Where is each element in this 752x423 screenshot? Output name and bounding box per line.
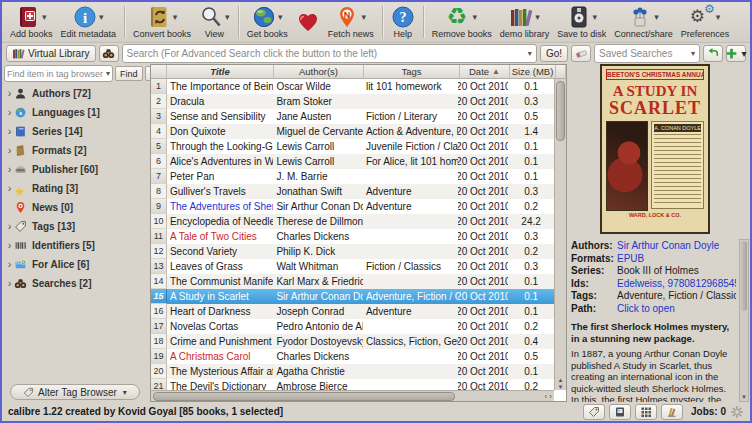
expand-arrow-icon[interactable]: › bbox=[5, 222, 14, 231]
cell-num[interactable]: 11 bbox=[151, 229, 167, 244]
column-header-size-mb-[interactable]: Size (MB) bbox=[510, 65, 556, 79]
chevron-down-icon[interactable]: ▾ bbox=[535, 12, 540, 22]
cell-tags[interactable]: Adventure bbox=[363, 184, 459, 199]
toggle-book-details-button[interactable] bbox=[661, 404, 683, 420]
toggle-tag-browser-button[interactable] bbox=[583, 404, 605, 420]
cell-size[interactable]: 0.2 bbox=[508, 199, 554, 214]
chevron-down-icon[interactable]: ▾ bbox=[106, 69, 110, 78]
cell-num[interactable]: 18 bbox=[151, 334, 167, 349]
sidebar-item-languages[interactable]: ›aLanguages [1] bbox=[2, 103, 148, 122]
table-row[interactable]: 3Sense and SensibilityJane AustenFiction… bbox=[151, 109, 554, 124]
cell-size[interactable]: 0.2 bbox=[508, 244, 554, 259]
clear-search-button[interactable] bbox=[571, 45, 591, 62]
cell-tags[interactable] bbox=[363, 169, 459, 184]
cell-author[interactable]: Lewis Carroll bbox=[273, 154, 363, 169]
cell-title[interactable]: Second Variety bbox=[167, 244, 273, 259]
cell-tags[interactable] bbox=[363, 229, 459, 244]
toolbar-button-edit-metadata[interactable]: i▾Edit metadata bbox=[57, 2, 121, 42]
cell-size[interactable]: 0.2 bbox=[508, 379, 554, 390]
cell-num[interactable]: 7 bbox=[151, 169, 167, 184]
cell-size[interactable]: 0.1 bbox=[508, 274, 554, 289]
cell-title[interactable]: Through the Looking-Glass bbox=[167, 139, 273, 154]
cell-size[interactable]: 24.2 bbox=[508, 214, 554, 229]
cell-date[interactable]: 20 Oct 2010 bbox=[458, 229, 508, 244]
cell-num[interactable]: 13 bbox=[151, 259, 167, 274]
field-value[interactable]: Sir Arthur Conan Doyle bbox=[617, 240, 719, 253]
copy-search-button[interactable] bbox=[703, 45, 723, 62]
chevron-down-icon[interactable]: ▾ bbox=[278, 12, 283, 22]
cell-title[interactable]: Heart of Darkness bbox=[167, 304, 273, 319]
cell-title[interactable]: Don Quixote bbox=[167, 124, 273, 139]
toolbar-button-convert-books[interactable]: ▾Convert books bbox=[129, 2, 195, 42]
cell-author[interactable]: Miguel de Cervantes Saa... bbox=[273, 124, 363, 139]
chevron-down-icon[interactable]: ▾ bbox=[361, 12, 366, 22]
cell-author[interactable]: Philip K. Dick bbox=[273, 244, 363, 259]
table-row[interactable]: 12Second VarietyPhilip K. Dick20 Oct 201… bbox=[151, 244, 554, 259]
cell-tags[interactable]: Classics, Fiction, General,... bbox=[363, 334, 459, 349]
cell-author[interactable]: Joseph Conrad bbox=[273, 304, 363, 319]
table-row[interactable]: 5Through the Looking-GlassLewis CarrollJ… bbox=[151, 139, 554, 154]
chevron-down-icon[interactable]: ▾ bbox=[654, 12, 659, 22]
cell-date[interactable]: 20 Oct 2010 bbox=[458, 274, 508, 289]
cell-title[interactable]: The Importance of Being Ear... bbox=[167, 79, 273, 94]
column-header-date[interactable]: Date▲ bbox=[460, 65, 510, 79]
cell-author[interactable]: Charles Dickens bbox=[273, 349, 363, 364]
cell-size[interactable]: 0.1 bbox=[508, 79, 554, 94]
details-scrollbar-thumb[interactable] bbox=[741, 241, 747, 311]
cell-date[interactable]: 20 Oct 2010 bbox=[458, 169, 508, 184]
cell-num[interactable]: 12 bbox=[151, 244, 167, 259]
cell-tags[interactable] bbox=[363, 379, 459, 390]
cell-num[interactable]: 16 bbox=[151, 304, 167, 319]
toggle-cover-browser-button[interactable] bbox=[609, 404, 631, 420]
find-button[interactable]: Find bbox=[115, 66, 143, 81]
cell-size[interactable]: 0.1 bbox=[508, 139, 554, 154]
cell-author[interactable]: Sir Arthur Conan Doyle bbox=[273, 199, 363, 214]
cell-title[interactable]: Peter Pan bbox=[167, 169, 273, 184]
cell-author[interactable]: Ambrose Bierce bbox=[273, 379, 363, 390]
cell-date[interactable]: 20 Oct 2010 bbox=[458, 349, 508, 364]
cell-author[interactable]: J. M. Barrie bbox=[273, 169, 363, 184]
cell-tags[interactable]: Adventure bbox=[363, 304, 459, 319]
cell-title[interactable]: The Devil's Dictionary bbox=[167, 379, 273, 390]
table-row[interactable]: 19A Christmas CarolCharles Dickens20 Oct… bbox=[151, 349, 554, 364]
table-row[interactable]: 9The Adventures of Sherlock ...Sir Arthu… bbox=[151, 199, 554, 214]
jobs-spinner-icon[interactable] bbox=[730, 405, 744, 419]
table-row[interactable]: 7Peter PanJ. M. Barrie20 Oct 20100.1 bbox=[151, 169, 554, 184]
cell-author[interactable]: Walt Whitman bbox=[273, 259, 363, 274]
table-row[interactable]: 13Leaves of GrassWalt WhitmanFiction / C… bbox=[151, 259, 554, 274]
cell-tags[interactable] bbox=[363, 274, 459, 289]
go-button[interactable]: Go! bbox=[540, 45, 568, 62]
cell-num[interactable]: 6 bbox=[151, 154, 167, 169]
cell-size[interactable]: 0.3 bbox=[508, 259, 554, 274]
cell-size[interactable]: 0.1 bbox=[508, 304, 554, 319]
cell-title[interactable]: The Communist Manifesto bbox=[167, 274, 273, 289]
cell-date[interactable]: 20 Oct 2010 bbox=[458, 214, 508, 229]
toolbar-button-save-to-disk[interactable]: ▾Save to disk bbox=[553, 2, 610, 42]
toolbar-button-demo-library[interactable]: ▾demo library bbox=[496, 2, 554, 42]
sidebar-item-tags[interactable]: ›Tags [13] bbox=[2, 217, 148, 236]
cell-author[interactable]: Lewis Carroll bbox=[273, 139, 363, 154]
cell-date[interactable]: 20 Oct 2010 bbox=[458, 259, 508, 274]
cell-tags[interactable] bbox=[363, 244, 459, 259]
details-scrollbar[interactable]: ▾ bbox=[739, 239, 749, 402]
cell-size[interactable]: 0.3 bbox=[508, 184, 554, 199]
cell-num[interactable]: 1 bbox=[151, 79, 167, 94]
sidebar-item-for-alice[interactable]: ›For Alice [6] bbox=[2, 255, 148, 274]
table-row[interactable]: 14The Communist ManifestoKarl Marx & Fri… bbox=[151, 274, 554, 289]
chevron-down-icon[interactable]: ▾ bbox=[42, 12, 47, 22]
cell-tags[interactable] bbox=[363, 349, 459, 364]
jobs-status[interactable]: Jobs: 0 bbox=[691, 406, 726, 417]
expand-arrow-icon[interactable]: › bbox=[5, 165, 14, 174]
expand-arrow-icon[interactable]: › bbox=[5, 241, 14, 250]
cell-tags[interactable] bbox=[363, 364, 459, 379]
search-input[interactable]: Search (For Advanced Search click the bu… bbox=[122, 44, 537, 63]
cell-num[interactable]: 5 bbox=[151, 139, 167, 154]
add-saved-search-button[interactable]: ▾ bbox=[726, 45, 746, 62]
chevron-down-icon[interactable]: ▾ bbox=[691, 49, 695, 58]
cell-num[interactable]: 21 bbox=[151, 379, 167, 390]
cell-date[interactable]: 20 Oct 2010 bbox=[458, 139, 508, 154]
cell-num[interactable]: 14 bbox=[151, 274, 167, 289]
cell-num[interactable]: 10 bbox=[151, 214, 167, 229]
cell-size[interactable]: 0.1 bbox=[508, 364, 554, 379]
chevron-down-icon[interactable]: ▾ bbox=[225, 12, 230, 22]
